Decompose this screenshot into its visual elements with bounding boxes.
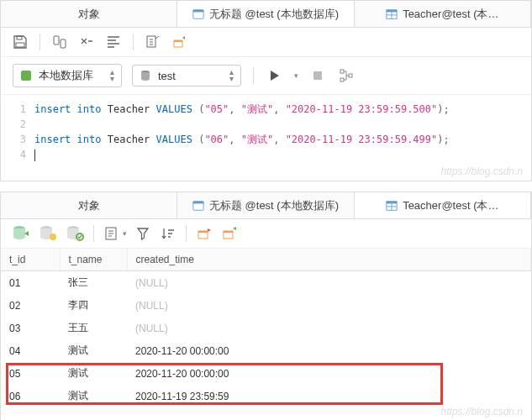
svg-point-27: [50, 234, 56, 240]
database-select[interactable]: 本地数据库 ▴▾: [13, 64, 122, 87]
run-icon[interactable]: [266, 66, 284, 85]
result-grid-wrap: t_id t_name created_time 01张三(NULL)02李四(…: [1, 249, 531, 420]
cell-tid[interactable]: 02: [1, 294, 60, 317]
query-pane: 对象 无标题 @test (本地数据库) Teacher@test (本… 本地…: [0, 0, 532, 181]
table-row[interactable]: 03王五(NULL): [1, 317, 531, 339]
run-dropdown-caret[interactable]: ▾: [294, 71, 298, 80]
table-icon: [386, 8, 398, 20]
cell-tid[interactable]: 05: [1, 362, 60, 385]
tab-label: 无标题 @test (本地数据库): [209, 7, 339, 22]
svg-rect-12: [174, 40, 182, 42]
divider: [186, 225, 187, 242]
begin-transaction-icon[interactable]: [11, 224, 31, 243]
tab-label: Teacher@test (本…: [403, 198, 498, 213]
bottom-tabs: 对象 无标题 @test (本地数据库) Teacher@test (本…: [1, 192, 531, 219]
explain-plan-icon[interactable]: [337, 66, 356, 85]
table-row[interactable]: 04测试2020-11-20 00:00:00: [1, 339, 531, 362]
svg-rect-8: [54, 36, 59, 45]
dropdown-caret[interactable]: ▾: [123, 229, 127, 238]
tab-query[interactable]: 无标题 @test (本地数据库): [177, 192, 354, 218]
line-gutter: 1 2 3 4: [1, 102, 34, 162]
cell-tname[interactable]: 测试: [60, 362, 127, 385]
svg-rect-1: [193, 9, 203, 12]
cell-tname[interactable]: 李四: [60, 294, 127, 317]
watermark: https://blog.csdn.n: [441, 165, 523, 177]
watermark: https://blog.csdn.n: [441, 406, 523, 417]
svg-rect-18: [349, 74, 352, 77]
table-row[interactable]: 05测试2020-11-20 00:00:00: [1, 362, 531, 385]
text-view-icon[interactable]: [103, 224, 121, 243]
tab-teacher-table[interactable]: Teacher@test (本…: [355, 192, 531, 218]
code-line-4: [34, 147, 531, 162]
cell-created[interactable]: (NULL): [127, 317, 531, 339]
rollback-icon[interactable]: [65, 224, 85, 243]
code-area[interactable]: insert into Teacher VALUES ("05", "测试", …: [34, 102, 531, 162]
query-icon: [192, 200, 204, 212]
grid-header-row: t_id t_name created_time: [1, 249, 531, 271]
tab-query[interactable]: 无标题 @test (本地数据库): [177, 1, 354, 27]
beautify-icon[interactable]: [104, 33, 123, 51]
cell-tname[interactable]: 测试: [60, 339, 127, 362]
divider: [93, 225, 94, 242]
cell-tid[interactable]: 03: [1, 317, 60, 339]
cell-created[interactable]: 2020-11-20 00:00:00: [127, 339, 531, 362]
query-controls: 本地数据库 ▴▾ test ▴▾ ▾: [1, 57, 531, 95]
result-toolbar: ▾: [1, 219, 531, 249]
col-header[interactable]: t_name: [60, 249, 127, 271]
cell-tname[interactable]: 张三: [60, 271, 127, 295]
schema-select-label: test: [158, 70, 223, 82]
cell-tid[interactable]: 01: [1, 271, 60, 295]
divider: [40, 34, 40, 50]
database-select-label: 本地数据库: [39, 68, 103, 83]
code-line-3: insert into Teacher VALUES ("06", "测试", …: [34, 132, 531, 147]
commit-icon[interactable]: [38, 224, 58, 243]
tab-label: 无标题 @test (本地数据库): [209, 198, 339, 213]
sort-icon[interactable]: [159, 224, 177, 243]
query-icon: [192, 8, 204, 20]
cell-created[interactable]: 2020-11-20 00:00:00: [127, 362, 531, 385]
database-green-icon: [20, 70, 32, 81]
table-row[interactable]: 02李四(NULL): [1, 294, 531, 317]
code-line-1: insert into Teacher VALUES ("05", "测试", …: [34, 102, 531, 117]
top-tabs: 对象 无标题 @test (本地数据库) Teacher@test (本…: [1, 1, 531, 28]
phone-link-icon[interactable]: [50, 33, 69, 51]
cell-created[interactable]: (NULL): [127, 271, 531, 295]
tab-teacher-table[interactable]: Teacher@test (本…: [355, 1, 531, 27]
export-icon[interactable]: [220, 224, 239, 243]
result-grid[interactable]: t_id t_name created_time 01张三(NULL)02李四(…: [1, 249, 531, 407]
query-builder-icon[interactable]: [77, 33, 96, 51]
import-icon[interactable]: [195, 224, 213, 243]
svg-rect-15: [313, 71, 322, 80]
table-row[interactable]: 06测试2020-11-19 23:59:59: [1, 385, 531, 407]
cell-tname[interactable]: 王五: [60, 317, 127, 339]
tab-objects[interactable]: 对象: [1, 192, 177, 218]
tab-label: 对象: [78, 7, 100, 22]
svg-rect-17: [340, 78, 344, 81]
cell-tid[interactable]: 04: [1, 339, 60, 362]
svg-rect-13: [21, 71, 31, 81]
sql-editor[interactable]: 1 2 3 4 insert into Teacher VALUES ("05"…: [1, 95, 531, 181]
tab-objects[interactable]: 对象: [1, 1, 177, 27]
save-icon[interactable]: [11, 33, 29, 51]
query-toolbar: [1, 28, 531, 57]
col-header[interactable]: t_id: [1, 249, 60, 271]
table-row[interactable]: 01张三(NULL): [1, 271, 531, 295]
cell-created[interactable]: (NULL): [127, 294, 531, 317]
cell-tname[interactable]: 测试: [60, 385, 127, 407]
chevron-updown-icon: ▴▾: [229, 69, 234, 82]
col-header[interactable]: created_time: [127, 249, 531, 271]
svg-rect-20: [193, 201, 203, 203]
explain-icon[interactable]: [144, 33, 162, 51]
schema-select[interactable]: test ▴▾: [132, 65, 241, 87]
svg-rect-32: [198, 231, 208, 233]
svg-rect-7: [16, 43, 24, 47]
filter-icon[interactable]: [134, 224, 152, 243]
svg-rect-16: [340, 70, 344, 73]
database-cylinder-icon: [140, 70, 151, 81]
cell-tid[interactable]: 06: [1, 385, 60, 407]
cell-created[interactable]: 2020-11-19 23:59:59: [127, 385, 531, 407]
svg-rect-34: [224, 231, 233, 233]
stop-icon[interactable]: [308, 66, 327, 85]
export-icon[interactable]: [171, 33, 189, 51]
divider: [253, 67, 254, 84]
